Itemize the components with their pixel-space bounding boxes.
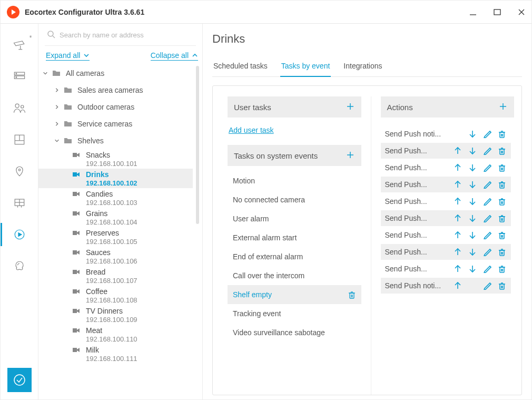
delete-action-button[interactable] bbox=[497, 230, 507, 240]
system-event-item[interactable]: Shelf empty bbox=[228, 285, 361, 304]
move-up-button[interactable] bbox=[453, 264, 462, 274]
tree-camera[interactable]: Preserves192.168.100.105 bbox=[38, 227, 193, 247]
delete-action-button[interactable] bbox=[497, 247, 507, 257]
add-action-icon[interactable] bbox=[498, 102, 508, 113]
system-event-item[interactable]: User alarm bbox=[228, 209, 361, 228]
tree-camera[interactable]: Coffee192.168.100.108 bbox=[38, 286, 193, 305]
tree-group[interactable]: Outdoor cameras bbox=[38, 99, 193, 115]
rail-users[interactable] bbox=[1, 92, 38, 124]
move-up-button[interactable] bbox=[453, 281, 462, 290]
tree-camera[interactable]: TV Dinners192.168.100.109 bbox=[38, 305, 193, 325]
delete-action-button[interactable] bbox=[497, 264, 507, 274]
rail-cameras[interactable]: * bbox=[1, 29, 38, 61]
minimize-button[interactable] bbox=[469, 8, 477, 16]
rail-analytics[interactable] bbox=[1, 250, 38, 282]
move-down-button[interactable] bbox=[468, 163, 477, 172]
chevron-right-icon[interactable] bbox=[53, 104, 61, 110]
move-down-button[interactable] bbox=[468, 264, 477, 274]
edit-action-button[interactable] bbox=[482, 163, 492, 172]
system-event-item[interactable]: No connected camera bbox=[228, 190, 361, 209]
action-item[interactable]: Send Push... bbox=[381, 244, 511, 260]
rail-plans[interactable] bbox=[1, 124, 38, 155]
edit-action-button[interactable] bbox=[482, 281, 492, 290]
edit-action-button[interactable] bbox=[482, 247, 492, 257]
chevron-right-icon[interactable] bbox=[53, 121, 61, 126]
apply-button[interactable] bbox=[7, 368, 32, 392]
rail-maps[interactable] bbox=[1, 155, 38, 187]
delete-action-button[interactable] bbox=[497, 146, 507, 155]
tree-camera[interactable]: Meat192.168.100.110 bbox=[38, 325, 193, 344]
action-item[interactable]: Send Push... bbox=[381, 210, 511, 226]
move-down-button[interactable] bbox=[468, 129, 477, 139]
move-down-button[interactable] bbox=[468, 230, 477, 240]
edit-action-button[interactable] bbox=[482, 197, 492, 206]
tree-group[interactable]: Service cameras bbox=[38, 115, 193, 132]
move-up-button[interactable] bbox=[453, 180, 462, 189]
edit-action-button[interactable] bbox=[482, 264, 492, 274]
tree-camera[interactable]: Candies192.168.100.103 bbox=[38, 188, 193, 208]
edit-action-button[interactable] bbox=[482, 213, 492, 223]
tree-camera[interactable]: Snacks192.168.100.101 bbox=[38, 149, 193, 169]
delete-action-button[interactable] bbox=[497, 129, 507, 139]
move-down-button[interactable] bbox=[468, 146, 477, 155]
tree-scrollbar[interactable] bbox=[196, 66, 199, 224]
rail-servers[interactable] bbox=[1, 61, 38, 92]
chevron-down-icon[interactable] bbox=[53, 138, 61, 143]
tree-group-shelves[interactable]: Shelves bbox=[38, 132, 193, 149]
move-down-button[interactable] bbox=[468, 213, 477, 223]
chevron-down-icon[interactable] bbox=[42, 71, 49, 76]
move-up-button[interactable] bbox=[453, 146, 462, 155]
action-item[interactable]: Send Push... bbox=[381, 143, 511, 159]
delete-action-button[interactable] bbox=[497, 197, 507, 206]
add-system-task-icon[interactable] bbox=[346, 150, 355, 161]
close-button[interactable] bbox=[518, 8, 525, 16]
edit-action-button[interactable] bbox=[482, 146, 492, 155]
delete-action-button[interactable] bbox=[497, 163, 507, 172]
tab[interactable]: Tasks by event bbox=[280, 58, 331, 76]
search-input[interactable] bbox=[60, 31, 194, 39]
tree-camera[interactable]: Grains192.168.100.104 bbox=[38, 208, 193, 227]
chevron-right-icon[interactable] bbox=[53, 87, 61, 93]
action-item[interactable]: Send Push... bbox=[381, 177, 511, 192]
system-event-item[interactable]: Tracking event bbox=[228, 304, 361, 323]
move-up-button[interactable] bbox=[453, 247, 462, 257]
edit-action-button[interactable] bbox=[482, 230, 492, 240]
tree-camera[interactable]: Drinks192.168.100.102 bbox=[38, 169, 193, 188]
tree-camera[interactable]: Bread192.168.100.107 bbox=[38, 266, 193, 286]
action-item[interactable]: Send Push... bbox=[381, 193, 511, 209]
action-item[interactable]: Send Push noti... bbox=[381, 126, 511, 142]
tree-group-all-cameras[interactable]: All cameras bbox=[38, 65, 193, 82]
expand-all-link[interactable]: Expand all bbox=[46, 51, 90, 61]
tree-camera[interactable]: Milk192.168.100.111 bbox=[38, 344, 193, 364]
delete-action-button[interactable] bbox=[497, 281, 507, 290]
move-up-button[interactable] bbox=[453, 197, 462, 206]
action-item[interactable]: Send Push... bbox=[381, 227, 511, 243]
move-up-button[interactable] bbox=[453, 213, 462, 223]
move-down-button[interactable] bbox=[468, 247, 477, 257]
system-event-item[interactable]: Call over the intercom bbox=[228, 266, 361, 285]
tree-group[interactable]: Sales area cameras bbox=[38, 82, 193, 99]
system-event-item[interactable]: End of external alarm bbox=[228, 247, 361, 266]
delete-event-button[interactable] bbox=[348, 290, 356, 299]
rail-views[interactable] bbox=[1, 187, 38, 219]
move-up-button[interactable] bbox=[453, 163, 462, 172]
delete-action-button[interactable] bbox=[497, 213, 507, 223]
system-event-item[interactable]: Video surveillance sabotage bbox=[228, 323, 361, 342]
collapse-all-link[interactable]: Collapse all bbox=[151, 51, 198, 61]
maximize-button[interactable] bbox=[494, 8, 501, 16]
edit-action-button[interactable] bbox=[482, 129, 492, 139]
system-event-item[interactable]: Motion bbox=[228, 171, 361, 190]
move-down-button[interactable] bbox=[468, 197, 477, 206]
action-item[interactable]: Send Push noti... bbox=[381, 278, 511, 294]
tab[interactable]: Integrations bbox=[342, 58, 383, 76]
move-up-button[interactable] bbox=[453, 230, 462, 240]
delete-action-button[interactable] bbox=[497, 180, 507, 189]
action-item[interactable]: Send Push... bbox=[381, 160, 511, 175]
tab[interactable]: Scheduled tasks bbox=[212, 58, 269, 76]
edit-action-button[interactable] bbox=[482, 180, 492, 189]
system-event-item[interactable]: External alarm start bbox=[228, 228, 361, 247]
tree-camera[interactable]: Sauces192.168.100.106 bbox=[38, 247, 193, 266]
add-user-task-icon[interactable] bbox=[346, 102, 355, 113]
move-down-button[interactable] bbox=[468, 180, 477, 189]
rail-automation[interactable] bbox=[1, 219, 38, 250]
